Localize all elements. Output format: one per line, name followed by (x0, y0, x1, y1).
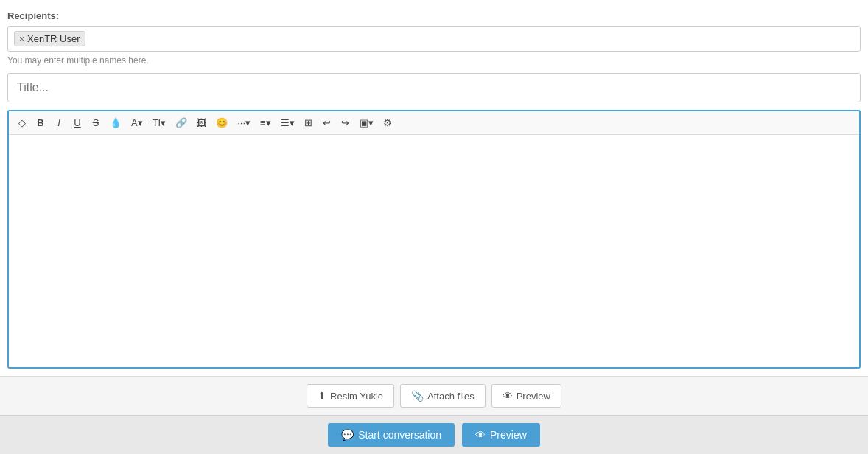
attach-files-btn[interactable]: 📎 Attach files (400, 384, 486, 408)
undo-btn[interactable]: ↩ (318, 114, 336, 131)
align-btn[interactable]: ≡▾ (256, 114, 276, 131)
title-input[interactable] (7, 73, 861, 102)
eraser-btn[interactable]: ◇ (13, 114, 31, 131)
template-btn[interactable]: ▣▾ (355, 114, 378, 131)
preview-bottom-label: Preview (490, 429, 527, 441)
recipient-tag: × XenTR User (14, 31, 85, 46)
table-btn[interactable]: ⊞ (300, 114, 318, 131)
toolbar: ◇ B I U S 💧 A▾ TI▾ 🔗 🖼 😊 (9, 111, 859, 135)
preview-top-btn[interactable]: 👁 Preview (491, 384, 561, 408)
italic-btn[interactable]: I (50, 114, 68, 131)
editor-body[interactable] (9, 135, 859, 367)
redo-btn[interactable]: ↪ (337, 114, 354, 131)
start-conversation-btn[interactable]: 💬 Start conversation (328, 423, 455, 447)
link-btn[interactable]: 🔗 (171, 114, 192, 131)
page-wrapper: Recipients: × XenTR User You may enter m… (0, 0, 868, 454)
bold-btn[interactable]: B (32, 114, 49, 131)
underline-btn[interactable]: U (69, 114, 86, 131)
editor-wrapper: ◇ B I U S 💧 A▾ TI▾ 🔗 🖼 😊 (7, 110, 861, 369)
attach-files-icon: 📎 (411, 390, 424, 402)
attach-files-label: Attach files (427, 391, 475, 402)
more-btn[interactable]: ···▾ (233, 114, 255, 131)
start-conversation-label: Start conversation (358, 429, 441, 441)
color-btn[interactable]: 💧 (105, 114, 126, 131)
font-size-btn[interactable]: TI▾ (148, 114, 171, 131)
recipients-hint: You may enter multiple names here. (7, 55, 861, 66)
recipients-label: Recipients: (7, 10, 861, 21)
emoji-btn[interactable]: 😊 (211, 114, 232, 131)
resim-yukle-btn[interactable]: ⬆ Resim Yukle (307, 384, 394, 408)
resim-yukle-label: Resim Yukle (330, 391, 383, 402)
main-content: Recipients: × XenTR User You may enter m… (0, 0, 868, 376)
settings-btn[interactable]: ⚙ (379, 114, 396, 131)
remove-recipient-btn[interactable]: × (19, 35, 24, 43)
font-color-btn[interactable]: A▾ (127, 114, 147, 131)
image-btn[interactable]: 🖼 (192, 114, 211, 131)
recipient-name: XenTR User (27, 33, 80, 44)
list-btn[interactable]: ☰▾ (276, 114, 299, 131)
start-conversation-icon: 💬 (341, 429, 354, 441)
preview-top-label: Preview (517, 391, 550, 402)
footer-bar: 💬 Start conversation 👁 Preview (0, 415, 868, 454)
bottom-action-bar: ⬆ Resim Yukle 📎 Attach files 👁 Preview (0, 376, 868, 415)
preview-top-icon: 👁 (503, 390, 513, 402)
preview-bottom-icon: 👁 (475, 429, 486, 441)
recipients-field[interactable]: × XenTR User (7, 26, 861, 52)
strikethrough-btn[interactable]: S (87, 114, 105, 131)
resim-yukle-icon: ⬆ (318, 390, 326, 402)
preview-bottom-btn[interactable]: 👁 Preview (462, 423, 540, 447)
